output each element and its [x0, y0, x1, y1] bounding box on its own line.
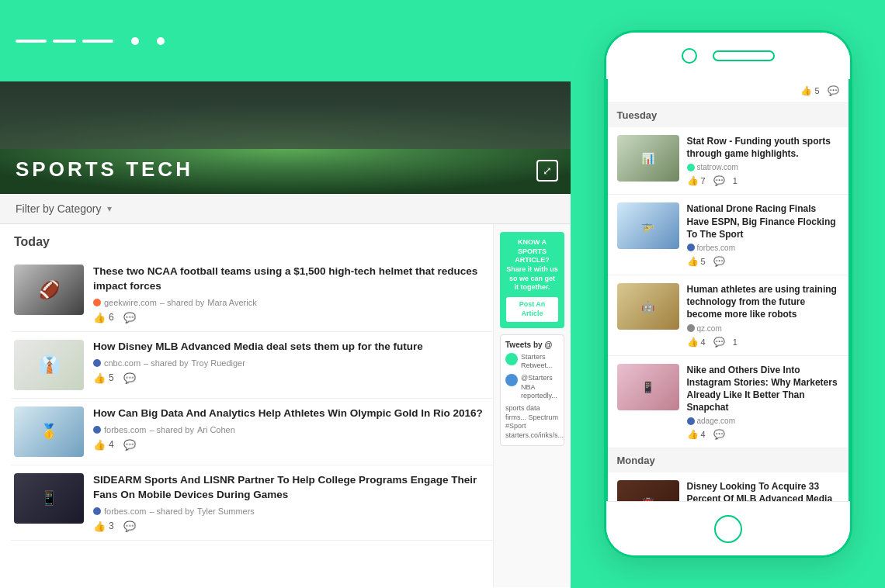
filter-label: Filter by Category [16, 202, 101, 215]
robot-image: 🤖 [617, 283, 679, 330]
article-actions: 👍 4 💬 [93, 439, 490, 451]
top-partial-article: 👍 5 💬 [608, 79, 849, 103]
thumbs-up-icon: 👍 [93, 521, 106, 532]
post-article-button[interactable]: Post An Article [506, 297, 558, 321]
table-row[interactable]: 📱 SIDEARM Sports And LISNR Partner To He… [11, 465, 493, 541]
table-row[interactable]: 🥇 How Can Big Data And Analytics Help At… [11, 399, 493, 465]
expand-icon[interactable]: ⤢ [536, 160, 558, 182]
phone-article-title: Disney Looking To Acquire 33 Percent Of … [687, 480, 839, 501]
phone-screen[interactable]: 👍 5 💬 Tuesday 📊 Stat Row - Funding youth… [606, 79, 850, 501]
phone-actions: 👍 4 💬 [687, 429, 839, 440]
article-thumbnail: 👔 [14, 340, 84, 390]
table-row[interactable]: 🏈 These two NCAA football teams using a … [11, 257, 493, 332]
comment-icon[interactable]: 💬 [123, 372, 136, 384]
tweet-text: Starters Retweet... [521, 353, 559, 371]
source-icon [93, 299, 101, 306]
phone-actions: 👍 4 💬 1 [687, 337, 839, 348]
phone-like-button[interactable]: 👍 4 [687, 337, 706, 348]
desktop-panel: Sports Tech ⤢ Filter by Category ▾ Today… [0, 0, 571, 588]
table-row[interactable]: 👔 How Disney MLB Advanced Media deal set… [11, 332, 493, 399]
tweet-item: @Starters NBA reportedly... [505, 374, 559, 401]
drone-image: 🚁 [617, 202, 679, 249]
phone-bottom-bar [606, 501, 850, 555]
article-body: SIDEARM Sports And LISNR Partner To Help… [93, 473, 490, 532]
nav-dot-2 [157, 37, 165, 45]
source-dot-icon [687, 244, 695, 251]
phone-thumbnail: 🤖 [617, 283, 679, 330]
nike-image: 📱 [617, 364, 679, 410]
article-thumbnail: 🏈 [14, 265, 84, 315]
list-item[interactable]: 🚁 National Drone Racing Finals Have ESPN… [608, 195, 849, 275]
mobile-image: 📱 [14, 473, 84, 524]
phone-article-title: Stat Row - Funding youth sports through … [687, 135, 839, 160]
author-name: Mara Averick [207, 298, 256, 307]
author-name: Troy Ruediger [192, 358, 245, 368]
source-name: forbes.com [104, 425, 146, 434]
filter-bar: Filter by Category ▾ [0, 194, 571, 224]
article-body: How Can Big Data And Analytics Help Athl… [93, 406, 490, 457]
like-button[interactable]: 👍 4 [93, 439, 114, 451]
phone-source-name: statrow.com [697, 163, 738, 171]
phone-article-body: Nike and Others Dive Into Instagram Stor… [687, 364, 839, 441]
article-body: How Disney MLB Advanced Media deal sets … [93, 340, 490, 390]
phone-source-name: adage.com [697, 417, 735, 425]
thumbs-up-icon: 👍 [800, 85, 812, 96]
phone-comment-icon[interactable]: 💬 [713, 337, 725, 348]
like-button[interactable]: 👍 3 [93, 521, 114, 532]
phone-article-meta: qz.com [687, 324, 839, 333]
phone-actions: 👍 5 💬 [687, 256, 839, 267]
phone-like-button[interactable]: 👍 7 [687, 175, 706, 186]
phone-like-button[interactable]: 👍 5 [687, 256, 706, 267]
comment-icon[interactable]: 💬 [123, 312, 136, 323]
thumbs-up-icon: 👍 [93, 372, 106, 384]
phone-like-button[interactable]: 👍 4 [687, 429, 706, 440]
phone-device: 👍 5 💬 Tuesday 📊 Stat Row - Funding youth… [604, 30, 852, 558]
tweet-text-2: @Starters NBA reportedly... [521, 374, 559, 401]
article-actions: 👍 3 💬 [93, 521, 490, 532]
top-comment-icon[interactable]: 💬 [828, 85, 839, 96]
article-title: These two NCAA football teams using a $1… [93, 265, 490, 294]
list-item[interactable]: 🤖 Human athletes are using training tech… [608, 275, 849, 356]
content-area: Today 🏈 These two NCAA football teams us… [0, 224, 571, 587]
phone-thumbnail: 📊 [617, 135, 679, 182]
top-like-count: 5 [814, 86, 819, 95]
articles-list: Today 🏈 These two NCAA football teams us… [0, 224, 493, 587]
home-button[interactable] [714, 515, 742, 543]
phone-actions: 👍 7 💬 1 [687, 175, 839, 186]
category-filter[interactable]: Filter by Category ▾ [16, 202, 112, 215]
top-like-button[interactable]: 👍 5 [800, 85, 819, 96]
phone-comment-icon[interactable]: 💬 [713, 175, 725, 186]
like-count: 5 [109, 372, 114, 383]
like-count: 4 [109, 439, 114, 450]
comment-icon[interactable]: 💬 [123, 439, 136, 451]
day-label-today: Today [11, 235, 493, 249]
phone-thumbnail: 🏟️ [617, 480, 679, 501]
thumbs-up-icon: 👍 [687, 256, 699, 267]
phone-top-bar [606, 33, 850, 79]
phone-article-body: Stat Row - Funding youth sports through … [687, 135, 839, 186]
phone-article-body: National Drone Racing Finals Have ESPN, … [687, 202, 839, 267]
phone-comment-icon[interactable]: 💬 [713, 256, 725, 267]
list-item[interactable]: 📊 Stat Row - Funding youth sports throug… [608, 127, 849, 195]
phone-comment-icon[interactable]: 💬 [713, 429, 725, 440]
menu-line-3 [82, 40, 113, 43]
thumbs-up-icon: 👍 [93, 439, 106, 451]
phone-article-title: National Drone Racing Finals Have ESPN, … [687, 202, 839, 240]
like-button[interactable]: 👍 6 [93, 312, 114, 323]
list-item[interactable]: 🏟️ Disney Looking To Acquire 33 Percent … [608, 472, 849, 501]
thumbs-up-icon: 👍 [687, 429, 699, 440]
phone-article-meta: forbes.com [687, 244, 839, 252]
article-actions: 👍 6 💬 [93, 312, 490, 323]
phone-day-monday: Monday [608, 448, 849, 472]
like-button[interactable]: 👍 5 [93, 372, 114, 384]
hero-seats [0, 81, 571, 149]
shared-label: – shared by [144, 358, 188, 368]
comment-icon[interactable]: 💬 [123, 521, 136, 532]
shared-label: – shared by [149, 507, 193, 516]
source-name: forbes.com [104, 507, 146, 516]
man-image: 👔 [14, 340, 84, 390]
article-title: SIDEARM Sports And LISNR Partner To Help… [93, 473, 490, 503]
phone-thumbnail: 🚁 [617, 202, 679, 249]
list-item[interactable]: 📱 Nike and Others Dive Into Instagram St… [608, 356, 849, 449]
author-name: Tyler Summers [197, 507, 255, 516]
